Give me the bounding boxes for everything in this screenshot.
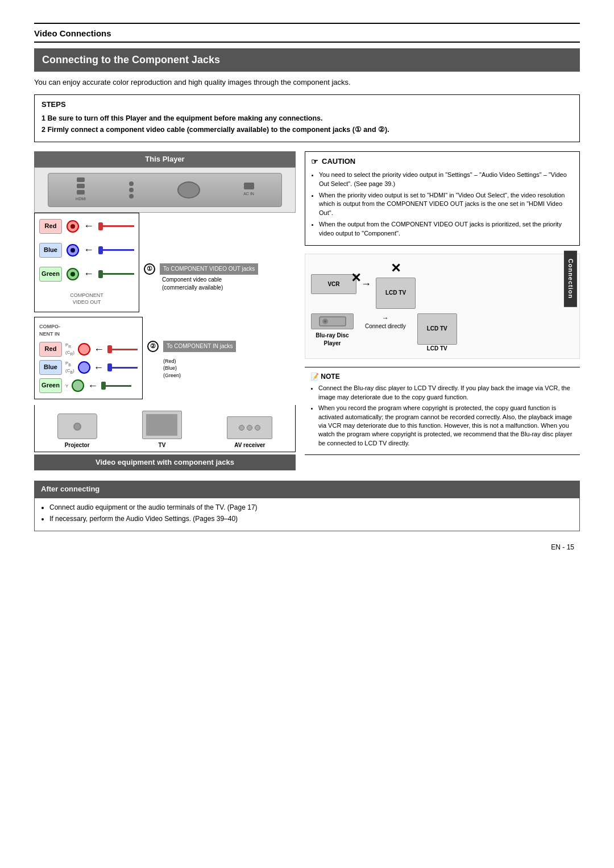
av-knob-1 bbox=[239, 425, 244, 431]
cable-blue-out bbox=[98, 246, 134, 254]
after-connecting-bar: After connecting bbox=[34, 481, 580, 498]
player-inner: HDMI AC IN bbox=[48, 173, 282, 207]
vcr-wrapper: VCR ✕ bbox=[311, 274, 356, 294]
green-circle bbox=[67, 268, 79, 280]
lcd-tv-label: LCD TV bbox=[427, 345, 447, 353]
step1-circle: ① bbox=[144, 263, 155, 275]
step1-label: To COMPONENT VIDEO OUT jacks bbox=[160, 263, 258, 275]
caution-list: You need to select the priority video ou… bbox=[311, 171, 574, 238]
component-out-section: Red ← Blue ← bbox=[34, 213, 296, 312]
red-jack-row: Red ← bbox=[39, 219, 134, 234]
bluray-device bbox=[311, 313, 354, 329]
y-label: Y bbox=[65, 383, 68, 389]
green-in-row: Green Y ← bbox=[39, 378, 138, 393]
red-in-circle bbox=[78, 343, 90, 356]
diagram-area: This Player HDMI AC IN bbox=[34, 151, 580, 471]
port-rect bbox=[244, 183, 254, 189]
x-mark-2: ✕ bbox=[391, 260, 401, 278]
pr-label: PR(CR) bbox=[65, 342, 74, 357]
red-in-label: Red bbox=[39, 342, 62, 357]
compo-nent-in-label: COMPO-NENT IN bbox=[39, 323, 138, 337]
step2-area: ② To COMPONENT IN jacks (Red) (Blue) (Gr… bbox=[143, 317, 237, 399]
connect-directly-label: Connect directly bbox=[365, 323, 406, 330]
bluray-col: Blu-ray DiscPlayer bbox=[311, 313, 354, 348]
av-knob-3 bbox=[255, 425, 260, 431]
projector-item: Projector bbox=[57, 414, 97, 449]
projector-shape bbox=[57, 414, 97, 439]
step-1-text: 1 Be sure to turn off this Player and th… bbox=[42, 114, 572, 124]
port bbox=[77, 177, 85, 182]
cable-red-in bbox=[107, 345, 138, 353]
note-box: 📝 NOTE Connect the Blu-ray disc player t… bbox=[305, 367, 580, 456]
step1-area: ① To COMPONENT VIDEO OUT jacks Component… bbox=[139, 213, 258, 312]
blue-circle bbox=[67, 244, 79, 257]
green-label: Green bbox=[39, 267, 62, 282]
blue-in-row: Blue PB(CB) ← bbox=[39, 360, 138, 375]
in-colors-note: (Red) (Blue) (Green) bbox=[163, 358, 237, 379]
connect-directly-arrow: → bbox=[382, 313, 389, 323]
player-device: HDMI AC IN bbox=[34, 167, 296, 213]
step1-row: ① To COMPONENT VIDEO OUT jacks Component… bbox=[144, 263, 258, 292]
port-round bbox=[129, 188, 134, 192]
this-player-bar: This Player bbox=[34, 151, 296, 167]
lcd-tv-col: LCD TV LCD TV bbox=[417, 313, 457, 353]
component-in-jacks: COMPO-NENT IN Red PR(CR) ← Blue PB(CB) bbox=[34, 317, 143, 399]
step-2-text: 2 Firmly connect a component video cable… bbox=[42, 125, 572, 135]
bluray-label: Blu-ray DiscPlayer bbox=[311, 332, 354, 348]
arrow-in-3: ← bbox=[88, 379, 98, 393]
av-receiver-shape bbox=[227, 416, 272, 439]
red-in-row: Red PR(CR) ← bbox=[39, 342, 138, 357]
page-heading: Connecting to the Component Jacks bbox=[34, 48, 580, 72]
blue-in-label: Blue bbox=[39, 360, 62, 375]
cable-green-out bbox=[98, 270, 134, 278]
blue-in-circle bbox=[78, 361, 90, 374]
green-in-circle bbox=[72, 379, 84, 392]
caution-title: ☞ CAUTION bbox=[311, 156, 574, 168]
projector-label: Projector bbox=[65, 441, 90, 449]
note-item-1: Connect the Blu-ray disc player to LCD T… bbox=[318, 384, 574, 402]
vcr-device-group: VCR ✕ bbox=[311, 274, 356, 294]
right-diagram: ☞ CAUTION You need to select the priorit… bbox=[305, 151, 580, 471]
after-connecting-box: Connect audio equipment or the audio ter… bbox=[34, 498, 580, 532]
cable-green-in bbox=[101, 382, 131, 390]
port bbox=[77, 184, 85, 188]
pb-label: PB(CB) bbox=[65, 360, 74, 375]
port-group-right: AC IN bbox=[243, 183, 254, 197]
steps-box: STEPS 1 Be sure to turn off this Player … bbox=[34, 94, 580, 142]
arrow-in-2: ← bbox=[94, 361, 104, 375]
arrow-left-2: ← bbox=[84, 243, 94, 257]
section-title: Video Connections bbox=[34, 23, 580, 43]
green-in-label: Green bbox=[39, 378, 62, 393]
note-item-2: When you record the program where copyri… bbox=[318, 404, 574, 448]
note-list: Connect the Blu-ray disc player to LCD T… bbox=[310, 384, 574, 448]
blue-label: Blue bbox=[39, 243, 62, 258]
caution-icon: ☞ bbox=[311, 156, 318, 168]
component-in-section: COMPO-NENT IN Red PR(CR) ← Blue PB(CB) bbox=[34, 317, 296, 399]
projector-lens bbox=[73, 423, 81, 431]
video-equip-bar: Video equipment with component jacks bbox=[34, 454, 296, 470]
step1-label-box: To COMPONENT VIDEO OUT jacks Component v… bbox=[160, 263, 258, 292]
component-out-jacks: Red ← Blue ← bbox=[34, 213, 139, 312]
after-connecting-list: Connect audio equipment or the audio ter… bbox=[42, 503, 572, 524]
av-receiver-label: AV receiver bbox=[234, 441, 265, 449]
caution-box: ☞ CAUTION You need to select the priorit… bbox=[305, 151, 580, 246]
vcr-diagram-section: VCR ✕ → ✕ LCD TV Blu-ray DiscPlayer bbox=[305, 254, 580, 359]
equipment-section: Projector TV AV receiver bbox=[34, 405, 296, 470]
step2-row: ② To COMPONENT IN jacks bbox=[147, 341, 237, 352]
connection-sidebar: Connection bbox=[563, 251, 576, 307]
note-title: 📝 NOTE bbox=[310, 372, 574, 382]
vcr-device: VCR bbox=[311, 274, 356, 294]
arrow-left-3: ← bbox=[84, 267, 94, 281]
arrow-in-1: ← bbox=[94, 342, 104, 357]
tv-item: TV bbox=[142, 411, 182, 449]
tv-shape bbox=[142, 411, 182, 439]
after-connecting-item-1: Connect audio equipment or the audio ter… bbox=[49, 503, 572, 512]
after-connecting-item-2: If necessary, perform the Audio Video Se… bbox=[49, 514, 572, 524]
arrow-vcr: → bbox=[361, 277, 371, 291]
lcd-tv-device: LCD TV bbox=[376, 278, 416, 309]
port-round bbox=[129, 181, 134, 186]
step2-label: To COMPONENT IN jacks bbox=[163, 341, 237, 352]
av-knob-2 bbox=[247, 425, 252, 431]
connect-directly-section: Blu-ray DiscPlayer → Connect directly LC… bbox=[311, 313, 574, 353]
av-receiver-item: AV receiver bbox=[227, 416, 272, 449]
